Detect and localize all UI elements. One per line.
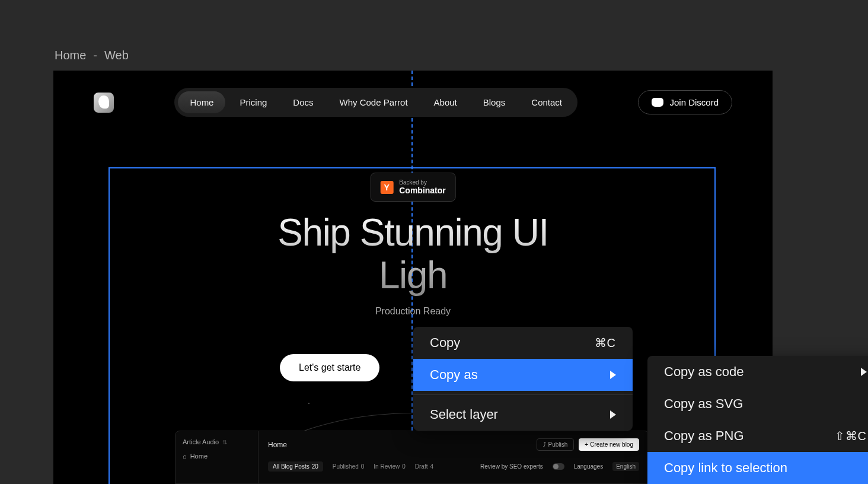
publish-button[interactable]: ⤴ Publish: [537, 438, 575, 451]
parrot-logo-icon[interactable]: [94, 93, 114, 113]
menu-copy-as-svg[interactable]: Copy as SVG: [647, 388, 868, 420]
nav-home[interactable]: Home: [178, 91, 225, 113]
backed-small-text: Backed by: [399, 179, 446, 186]
backed-large-text: Combinator: [399, 186, 446, 195]
menu-divider: [413, 394, 633, 395]
languages-label: Languages: [574, 463, 604, 470]
home-icon: ⌂: [183, 453, 187, 460]
shortcut-label: ⇧⌘C: [835, 429, 867, 443]
backed-by-badge[interactable]: Y Backed by Combinator: [370, 173, 456, 202]
seo-toggle[interactable]: [553, 463, 564, 470]
chevron-right-icon: [610, 410, 616, 419]
plus-icon: +: [585, 441, 588, 448]
discord-icon: [652, 98, 663, 107]
menu-copy-as-png[interactable]: Copy as PNG ⇧⌘C: [647, 420, 868, 452]
chevron-right-icon: [610, 371, 616, 379]
page-header: Home Pricing Docs Why Code Parrot About …: [94, 88, 732, 117]
preview-brand: Article Audio: [183, 438, 219, 445]
tab-all-posts[interactable]: All Blog Posts 20: [268, 461, 323, 472]
tab-published[interactable]: Published 0: [333, 461, 364, 472]
shortcut-label: ⌘C: [595, 336, 616, 350]
upload-icon: ⤴: [543, 441, 546, 448]
preview-title: Home: [268, 441, 287, 449]
breadcrumb-separator: -: [93, 49, 97, 62]
nav-pricing[interactable]: Pricing: [228, 91, 279, 113]
nav-why[interactable]: Why Code Parrot: [328, 91, 420, 113]
breadcrumb: Home - Web: [55, 49, 129, 62]
get-started-button[interactable]: Let's get starte: [280, 354, 379, 381]
preview-sidebar-home: Home: [190, 453, 208, 460]
tab-draft[interactable]: Draft 4: [415, 461, 433, 472]
breadcrumb-web[interactable]: Web: [104, 49, 129, 62]
menu-select-layer[interactable]: Select layer: [413, 399, 633, 431]
join-discord-button[interactable]: Join Discord: [638, 90, 732, 114]
context-menu-submenu: Copy as code Copy as SVG Copy as PNG ⇧⌘C…: [647, 356, 868, 484]
nav-about[interactable]: About: [422, 91, 469, 113]
seo-review-label: Review by SEO experts: [480, 463, 543, 470]
ycombinator-icon: Y: [380, 181, 393, 194]
breadcrumb-home[interactable]: Home: [55, 49, 86, 62]
hero-title: Ship Stunning UI Ligh: [53, 212, 773, 297]
tab-in-review[interactable]: In Review 0: [374, 461, 405, 472]
nav-contact[interactable]: Contact: [519, 91, 574, 113]
preview-sidebar: Article Audio ⇅ ⌂ Home: [175, 431, 259, 483]
context-menu-primary: Copy ⌘C Copy as Select layer: [413, 327, 633, 431]
hero-subtitle: Production Ready: [53, 306, 773, 317]
nav-blogs[interactable]: Blogs: [471, 91, 518, 113]
menu-copy-as[interactable]: Copy as: [413, 359, 633, 391]
chevron-updown-icon: ⇅: [222, 439, 227, 445]
create-blog-button[interactable]: + Create new blog: [579, 438, 639, 451]
dashboard-preview: Article Audio ⇅ ⌂ Home Home ⤴ Publish +: [175, 431, 649, 484]
main-nav: Home Pricing Docs Why Code Parrot About …: [174, 88, 577, 117]
chevron-right-icon: [861, 368, 867, 376]
discord-label: Join Discord: [669, 97, 719, 107]
menu-copy[interactable]: Copy ⌘C: [413, 327, 633, 359]
menu-copy-as-code[interactable]: Copy as code: [647, 356, 868, 388]
nav-docs[interactable]: Docs: [281, 91, 325, 113]
menu-copy-link-selection[interactable]: Copy link to selection: [647, 452, 868, 484]
language-selector[interactable]: English: [612, 462, 639, 471]
